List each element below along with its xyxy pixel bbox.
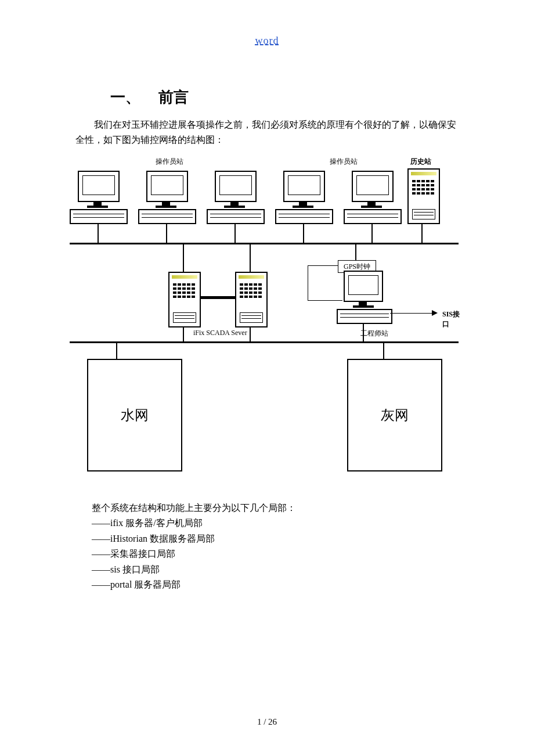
connector — [363, 323, 364, 341]
label-engineer: 工程师站 — [360, 329, 388, 339]
network-bus-bottom — [70, 341, 459, 343]
structure-list: 整个系统在结构和功能上主要分为以下几个局部： ——ifix 服务器/客户机局部 … — [92, 501, 296, 592]
list-item: ——sis 接口局部 — [92, 562, 296, 577]
history-server-icon — [407, 168, 440, 224]
network-diagram: 操作员站 操作员站 历史站 — [70, 157, 464, 476]
ash-network-box: 灰网 — [347, 359, 442, 471]
connector — [250, 326, 251, 341]
connector — [303, 223, 304, 243]
connector — [355, 244, 356, 261]
connector — [234, 223, 236, 243]
connector — [308, 265, 308, 300]
list-item: ——采集器接口局部 — [92, 546, 296, 561]
intro-paragraph: 我们在对玉环辅控进展各项操作之前，我们必须对系统的原理有个很好的了解，以确保安全… — [75, 117, 461, 147]
heading-number: 一、 — [110, 89, 140, 106]
label-sis: SIS接口 — [442, 309, 464, 329]
section-heading: 一、 前言 — [110, 87, 189, 107]
scada-server-icon — [235, 272, 268, 327]
label-operator-left: 操作员站 — [156, 157, 183, 167]
sis-connector — [390, 313, 432, 314]
connector — [383, 343, 384, 359]
operator-workstation-icon — [275, 171, 331, 223]
label-operator-right: 操作员站 — [330, 157, 358, 167]
scada-server-icon — [168, 272, 201, 327]
connector — [116, 343, 117, 359]
doc-header-link: word — [0, 35, 534, 47]
connector — [183, 244, 184, 272]
arrow-right-icon — [432, 310, 438, 316]
list-item: ——ifix 服务器/客户机局部 — [92, 516, 296, 531]
label-history: 历史站 — [410, 157, 431, 167]
connector — [200, 296, 235, 299]
network-bus-top — [70, 243, 459, 244]
connector — [250, 244, 251, 272]
connector — [371, 223, 373, 243]
connector — [166, 223, 167, 243]
connector — [183, 326, 184, 341]
connector — [308, 265, 338, 266]
heading-title: 前言 — [158, 89, 189, 106]
label-scada: iFix SCADA Sever — [193, 329, 247, 337]
list-item: ——portal 服务器局部 — [92, 577, 296, 592]
page-footer: 1 / 26 — [0, 717, 534, 727]
operator-workstation-icon — [344, 171, 399, 223]
operator-workstation-icon — [138, 171, 194, 223]
list-item: ——iHistorian 数据服务器局部 — [92, 531, 296, 546]
list-intro: 整个系统在结构和功能上主要分为以下几个局部： — [92, 501, 296, 516]
operator-workstation-icon — [70, 171, 125, 223]
operator-workstation-icon — [207, 171, 262, 223]
engineer-workstation-icon — [337, 271, 390, 323]
connector — [98, 223, 99, 243]
water-network-box: 水网 — [87, 359, 182, 471]
connector — [421, 223, 423, 243]
